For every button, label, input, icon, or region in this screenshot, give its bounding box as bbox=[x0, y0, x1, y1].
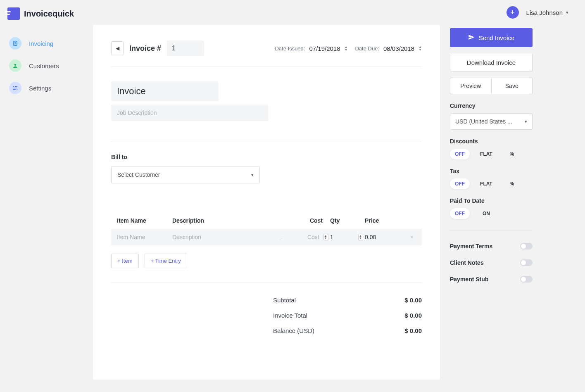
nav: Invoicing Customers Settings bbox=[5, 32, 93, 99]
resize-handle-icon[interactable]: ⋰ bbox=[280, 236, 285, 240]
discounts-heading: Discounts bbox=[450, 138, 533, 145]
payment-stub-toggle[interactable] bbox=[520, 276, 533, 283]
user-icon bbox=[9, 59, 21, 72]
tax-percent-button[interactable]: % bbox=[503, 178, 521, 189]
chevron-down-icon: ▾ bbox=[525, 119, 527, 124]
nav-item-label: Customers bbox=[29, 62, 59, 69]
sidebar: Invoicequick Invoicing Customers Setting… bbox=[0, 0, 93, 392]
col-item-name: Item Name bbox=[117, 217, 171, 224]
stepper-icon[interactable]: ▲▼ bbox=[323, 234, 328, 240]
tax-flat-button[interactable]: FLAT bbox=[477, 178, 495, 189]
item-price-value: 0.00 bbox=[365, 234, 406, 240]
col-description: Description bbox=[172, 217, 285, 224]
invoice-header: ◀ Invoice # Date Issued: 07/19/2018 ▲▼ D… bbox=[111, 40, 422, 67]
remove-row-button[interactable]: × bbox=[408, 234, 416, 240]
balance-label: Balance (USD) bbox=[273, 327, 314, 334]
table-row: ⋰ ▲▼ ▲▼ 0.00 × bbox=[111, 229, 422, 245]
new-button[interactable]: + bbox=[507, 6, 519, 19]
invoice-total-label: Invoice Total bbox=[273, 312, 307, 319]
item-cost-input[interactable] bbox=[287, 234, 322, 240]
bill-to-label: Bill to bbox=[111, 154, 422, 160]
discounts-segment: OFF FLAT % bbox=[450, 149, 533, 159]
paid-on-button[interactable]: ON bbox=[477, 208, 495, 219]
nav-item-customers[interactable]: Customers bbox=[5, 55, 93, 77]
item-qty-input[interactable] bbox=[330, 234, 357, 240]
tax-segment: OFF FLAT % bbox=[450, 178, 533, 189]
job-description-input[interactable] bbox=[111, 105, 268, 121]
back-button[interactable]: ◀ bbox=[111, 41, 124, 55]
client-notes-label: Client Notes bbox=[450, 259, 484, 266]
nav-item-invoicing[interactable]: Invoicing bbox=[5, 32, 93, 55]
currency-select[interactable]: USD (United States ... ▾ bbox=[450, 113, 533, 130]
invoice-icon bbox=[9, 37, 21, 50]
invoice-total-value: $ 0.00 bbox=[404, 312, 422, 319]
payment-terms-label: Payment Terms bbox=[450, 243, 492, 249]
svg-point-4 bbox=[14, 86, 15, 87]
subtotal-value: $ 0.00 bbox=[404, 297, 422, 304]
currency-heading: Currency bbox=[450, 102, 533, 109]
item-desc-input[interactable] bbox=[172, 234, 280, 240]
brand: Invoicequick bbox=[5, 7, 93, 32]
date-issued-group[interactable]: Date Issued: 07/19/2018 ▲▼ bbox=[275, 45, 347, 52]
currency-value: USD (United States ... bbox=[455, 118, 512, 125]
invoice-number-input[interactable] bbox=[167, 40, 204, 56]
date-issued-label: Date Issued: bbox=[275, 45, 305, 52]
totals: Subtotal $ 0.00 Invoice Total $ 0.00 Bal… bbox=[111, 282, 422, 334]
client-notes-toggle[interactable] bbox=[520, 259, 533, 266]
send-invoice-label: Send Invoice bbox=[479, 34, 515, 41]
customer-select[interactable]: Select Customer ▾ bbox=[111, 166, 260, 183]
svg-point-1 bbox=[14, 64, 17, 66]
divider bbox=[111, 142, 422, 142]
payment-terms-toggle[interactable] bbox=[520, 243, 533, 249]
customer-select-placeholder: Select Customer bbox=[117, 171, 160, 178]
balance-value: $ 0.00 bbox=[404, 327, 422, 334]
nav-item-label: Invoicing bbox=[29, 40, 53, 47]
invoice-editor: ◀ Invoice # Date Issued: 07/19/2018 ▲▼ D… bbox=[93, 25, 440, 380]
payment-stub-label: Payment Stub bbox=[450, 276, 488, 283]
chevron-down-icon: ▾ bbox=[566, 10, 568, 15]
paid-off-button[interactable]: OFF bbox=[450, 208, 470, 219]
paid-segment: OFF ON bbox=[450, 208, 533, 219]
download-invoice-button[interactable]: Download Invoice bbox=[450, 53, 533, 72]
item-name-input[interactable] bbox=[117, 234, 171, 240]
date-due-value: 08/03/2018 bbox=[383, 45, 414, 52]
date-due-label: Date Due: bbox=[355, 45, 379, 52]
stepper-icon[interactable]: ▲▼ bbox=[358, 234, 363, 240]
add-item-button[interactable]: + Item bbox=[111, 254, 139, 268]
svg-rect-3 bbox=[13, 89, 18, 90]
invoice-title-input[interactable] bbox=[111, 81, 219, 101]
date-due-group[interactable]: Date Due: 08/03/2018 ▲▼ bbox=[355, 45, 422, 52]
preview-button[interactable]: Preview bbox=[450, 78, 491, 94]
right-panel: Send Invoice Download Invoice Preview Sa… bbox=[450, 25, 545, 392]
send-invoice-button[interactable]: Send Invoice bbox=[450, 28, 533, 47]
paid-to-date-heading: Paid To Date bbox=[450, 197, 533, 204]
divider bbox=[450, 230, 533, 231]
user-name-label: Lisa Johnson bbox=[526, 9, 563, 16]
table-header: Item Name Description Cost Qty Price bbox=[111, 212, 422, 229]
stepper-icon[interactable]: ▲▼ bbox=[345, 45, 348, 51]
save-button[interactable]: Save bbox=[491, 78, 533, 94]
plus-icon: + bbox=[510, 8, 515, 17]
chevron-down-icon: ▾ bbox=[251, 172, 254, 178]
date-issued-value: 07/19/2018 bbox=[309, 45, 340, 52]
chevron-left-icon: ◀ bbox=[116, 45, 119, 51]
sliders-icon bbox=[9, 82, 21, 94]
tax-off-button[interactable]: OFF bbox=[450, 178, 470, 189]
items-table: Item Name Description Cost Qty Price ⋰ ▲… bbox=[111, 212, 422, 268]
svg-point-5 bbox=[16, 89, 17, 90]
invoice-number-label: Invoice # bbox=[129, 44, 161, 53]
discounts-off-button[interactable]: OFF bbox=[450, 149, 470, 159]
brand-logo-icon bbox=[7, 7, 20, 20]
add-time-entry-button[interactable]: + Time Entry bbox=[145, 254, 187, 268]
col-cost: Cost bbox=[287, 217, 328, 224]
tax-heading: Tax bbox=[450, 168, 533, 174]
stepper-icon[interactable]: ▲▼ bbox=[419, 45, 422, 51]
discounts-flat-button[interactable]: FLAT bbox=[477, 149, 495, 159]
user-menu[interactable]: Lisa Johnson ▾ bbox=[526, 9, 568, 16]
brand-name: Invoicequick bbox=[24, 9, 74, 19]
col-qty: Qty bbox=[330, 217, 363, 224]
discounts-percent-button[interactable]: % bbox=[503, 149, 521, 159]
subtotal-label: Subtotal bbox=[273, 297, 296, 304]
topbar: + Lisa Johnson ▾ bbox=[507, 0, 573, 25]
nav-item-settings[interactable]: Settings bbox=[5, 77, 93, 99]
